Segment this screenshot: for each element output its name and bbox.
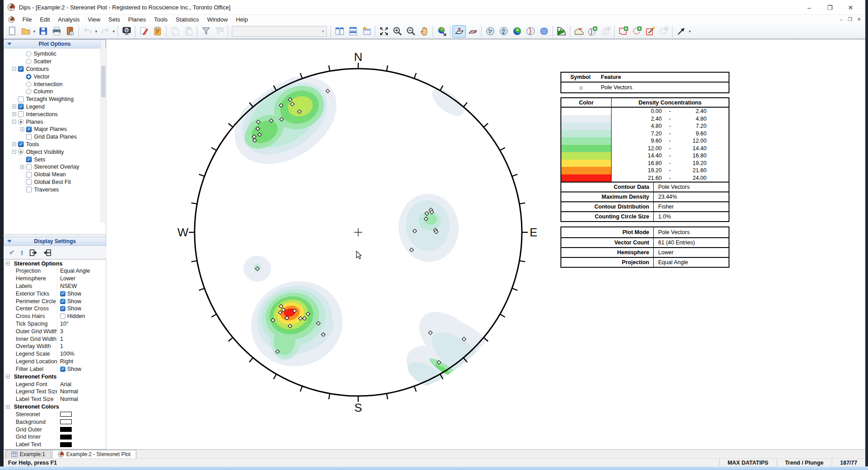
mdi-minimize-button[interactable]: – [837,17,846,22]
tile-vertical-button[interactable] [333,25,346,38]
checkbox-checked-icon[interactable]: ✓ [60,306,65,311]
checkbox-checked-icon[interactable]: ✓ [18,66,24,72]
property-value[interactable]: Right [57,358,106,366]
print-button[interactable] [50,25,63,38]
filter-data-button[interactable] [199,25,213,38]
status-max-datatips[interactable]: MAX DATATIPS [719,459,777,466]
tree-item-vector[interactable]: Vector [4,73,106,80]
section-stereonet-fonts[interactable]: −Stereonet Fonts [4,373,106,380]
property-label-text[interactable]: Label Text [4,441,106,448]
radio-icon[interactable] [26,59,31,64]
tree-item-tools[interactable]: +✓Tools [4,141,106,148]
checkbox-unchecked-icon[interactable] [26,164,32,170]
checkbox-unchecked-icon[interactable] [18,96,24,102]
property-cross-hairs[interactable]: Cross HairsHidden [4,313,106,320]
tile-horizontal-button[interactable] [346,25,360,38]
checkbox-checked-icon[interactable]: ✓ [60,366,65,372]
property-outer-grid-width[interactable]: Outer Grid Width3 [4,327,106,335]
checkbox-unchecked-icon[interactable] [26,134,32,140]
query-tool-button[interactable] [674,25,688,38]
pan-button[interactable] [417,25,431,38]
property-value[interactable]: NSEW [57,283,106,290]
property-label-text-size[interactable]: Label Text SizeNormal [4,396,106,403]
checkbox-unchecked-icon[interactable] [26,179,32,185]
tree-item-column[interactable]: Column [4,88,106,96]
property-center-cross[interactable]: Center Cross✓Show [4,305,106,313]
color-swatch[interactable] [60,427,72,432]
property-value[interactable]: Lower [57,275,106,283]
menu-file[interactable]: File [18,15,36,24]
add-set-freehand-button[interactable] [630,25,643,38]
dropdown-arrow-icon[interactable]: ▾ [94,29,98,34]
zoom-out-button[interactable] [404,25,417,38]
mdi-restore-button[interactable]: ❐ [846,17,855,22]
add-plane-button[interactable] [586,25,599,38]
checkbox-unchecked-icon[interactable] [26,187,32,192]
tab-example-2-stereonet-plot[interactable]: Example:2 - Stereonet Plot [52,450,136,458]
property-value[interactable]: ✓Show [57,305,106,313]
dropdown-arrow-icon[interactable]: ▾ [112,29,116,34]
tree-expander-icon[interactable]: − [12,120,16,124]
lineation-tool-button[interactable] [466,25,479,38]
menu-sets[interactable]: Sets [104,15,124,24]
edit-clipboard-button[interactable] [151,25,164,38]
tree-item-traverses[interactable]: Traverses [4,186,106,193]
plot-options-header[interactable]: Plot Options [4,39,106,48]
radio-icon[interactable] [26,89,31,94]
property-overlay-width[interactable]: Overlay Width1 [4,343,106,350]
property-value[interactable]: Hidden [57,313,106,320]
tree-expander-icon[interactable]: + [12,112,16,116]
tree-item-contours[interactable]: −✓Contours [4,65,106,73]
checkbox-checked-icon[interactable]: ✓ [60,299,65,304]
property-legend-scale[interactable]: Legend Scale100% [4,350,106,358]
property-perimeter-circle[interactable]: Perimeter Circle✓Show [4,297,106,305]
play-arrow-icon[interactable] [18,119,24,125]
menu-view[interactable]: View [84,15,104,24]
radio-icon[interactable] [26,82,31,87]
property-value[interactable]: Arial [57,380,106,388]
menu-window[interactable]: Window [203,15,232,24]
property-value[interactable]: 10° [57,320,106,328]
tree-item-global-mean[interactable]: Global Mean [4,171,106,178]
property-legend-location[interactable]: Legend LocationRight [4,358,106,366]
property-value[interactable]: 1 [57,335,106,343]
open-folder-button[interactable] [19,25,32,38]
display-settings-header[interactable]: Display Settings [4,237,106,246]
property-value[interactable]: Equal Angle [57,267,106,275]
scatter-plot-button[interactable] [497,25,510,38]
checkbox-checked-icon[interactable]: ✓ [26,126,32,132]
property-value[interactable] [57,411,106,418]
plane-tool-button[interactable] [452,25,466,38]
symbol-combobox[interactable]: ▾ [232,26,327,37]
tree-item-legend[interactable]: +✓Legend [4,103,106,111]
property-value[interactable] [57,418,106,426]
zoom-extents-button[interactable] [377,25,391,38]
property-value[interactable] [57,441,106,448]
radio-icon[interactable] [26,51,31,57]
checkbox-checked-icon[interactable]: ✓ [18,104,24,109]
property-value[interactable]: 1 [57,343,106,350]
zoom-in-button[interactable] [391,25,404,38]
tree-item-object-visibility[interactable]: −Object Visibility [4,148,106,156]
property-stereonet[interactable]: Stereonet [4,411,106,418]
checkbox-unchecked-icon[interactable] [18,111,24,117]
project-summary-button[interactable]: i [63,25,77,38]
stereonet-plot-view[interactable]: NSWE Symbol Feature ◇ Pole Vectors Color [106,39,865,449]
tree-item-scatter[interactable]: Scatter [4,58,106,65]
tree-item-global-best-fit[interactable]: Global Best Fit [4,178,106,186]
checkbox-checked-icon[interactable]: ✓ [26,157,32,162]
property-value[interactable]: ✓Show [57,365,106,373]
property-projection[interactable]: ProjectionEqual Angle [4,267,106,275]
property-legend-font[interactable]: Legend FontArial [4,380,106,388]
stereonet-canvas[interactable]: NSWE [106,39,865,449]
color-swatch[interactable] [60,412,72,417]
section-expander-icon[interactable]: − [6,261,10,265]
checkbox-checked-icon[interactable]: ✓ [18,141,24,147]
tree-scrollbar-thumb[interactable] [101,66,105,97]
property-value[interactable]: Normal [57,396,106,403]
menu-tools[interactable]: Tools [150,15,172,24]
mdi-close-button[interactable]: ✕ [855,17,864,22]
maximize-button[interactable]: ❐ [820,0,840,15]
tree-scrollbar[interactable] [100,41,105,223]
edit-document-button[interactable] [137,25,151,38]
